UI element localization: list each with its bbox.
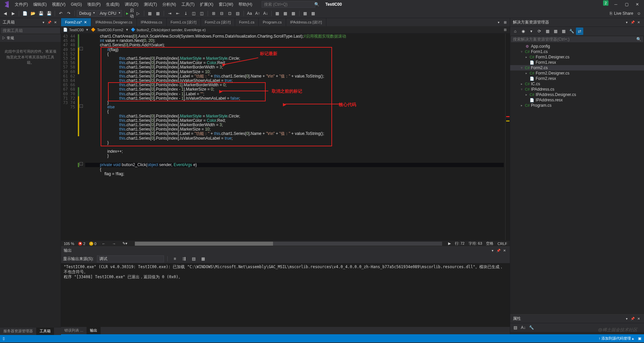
editor-tab[interactable]: Form2.cs [设计] — [201, 18, 235, 26]
close-icon[interactable]: ✕ — [636, 316, 641, 322]
sync-icon[interactable]: ⟳ — [536, 28, 543, 35]
start-without-debug-icon[interactable]: ▷ — [135, 10, 142, 17]
undo-icon[interactable]: ↶ — [57, 10, 64, 17]
toolbox-search[interactable] — [1, 28, 60, 34]
start-debug-button[interactable]: 启动 — [126, 10, 134, 17]
solution-search[interactable]: 🔍 — [511, 36, 643, 42]
close-icon[interactable]: ✕ — [636, 20, 641, 25]
toolbox-category[interactable]: ▷ 常规 — [0, 34, 61, 42]
tool-icon[interactable]: ▦ — [274, 10, 281, 17]
alpha-sort-icon[interactable]: A↓ — [520, 324, 527, 331]
editor-tab[interactable]: IPAddress.cs [设计] — [286, 18, 326, 26]
notification-badge[interactable]: 2 — [603, 0, 608, 6]
nav-fwd-icon[interactable]: ▶ — [9, 10, 17, 17]
tool-icon[interactable]: ▤ — [234, 10, 241, 17]
liveshare-icon[interactable]: ⎘ — [610, 11, 612, 16]
menu-item[interactable]: 扩展(X) — [197, 1, 216, 8]
props-tool-icon[interactable]: 🔧 — [528, 324, 535, 331]
editor-tab[interactable]: Form1.cs — [235, 18, 259, 26]
sol-tool-icon[interactable]: ⇄ — [576, 28, 583, 35]
sol-tool-icon[interactable]: ◉ — [520, 28, 527, 35]
feedback-icon[interactable]: ☺ — [635, 10, 643, 17]
config-dropdown[interactable]: Debug — [77, 10, 97, 17]
nav-back-icon[interactable]: ◀ — [1, 10, 9, 17]
tab-settings-icon[interactable]: ⊞ — [502, 19, 508, 25]
pin-icon[interactable]: 📌 — [47, 20, 52, 25]
tool-icon[interactable]: ◫ — [190, 10, 198, 17]
tool-icon[interactable]: ▦ — [146, 10, 154, 17]
step-icon[interactable]: ⇥ — [166, 10, 173, 17]
output-text[interactable]: "TestIC00.exe" (CLR v4.0.30319: TestIC00… — [61, 263, 510, 327]
step-icon[interactable]: ⇤ — [174, 10, 181, 17]
tree-item[interactable]: ▸C#Form1.Designer.cs — [510, 54, 644, 60]
tool-icon[interactable]: ◫ — [198, 10, 206, 17]
menu-item[interactable]: 窗口(W) — [216, 1, 236, 8]
editor-tab[interactable]: Form1.cs [设计] — [167, 18, 201, 26]
platform-dropdown[interactable]: Any CPU — [97, 10, 122, 17]
prev-issue-icon[interactable]: ← — [100, 242, 107, 246]
pin-icon[interactable]: 📌 — [630, 20, 635, 25]
tree-item[interactable]: 📄Form2.resx — [510, 76, 644, 81]
sol-tool-icon[interactable]: ▾ — [528, 28, 535, 35]
solution-tree[interactable]: ⚙App.config▿C#Form1.cs▸C#Form1.Designer.… — [510, 43, 644, 314]
editor-tab[interactable]: IPAddress.Designer.cs — [91, 18, 137, 26]
split-icon[interactable]: ⊞ — [502, 27, 508, 33]
properties-icon[interactable]: 🔧 — [568, 28, 575, 35]
breadcrumb-method[interactable]: 🔷 button2_Click(object sender, EventArgs… — [131, 28, 206, 32]
dropdown-icon[interactable]: ▾ — [624, 20, 629, 25]
tree-item[interactable]: ▿C#Form2.cs — [510, 65, 644, 70]
tab-overflow-icon[interactable]: ▾ — [496, 19, 501, 25]
status-icon[interactable]: ▣ — [638, 336, 641, 341]
breadcrumb-class[interactable]: 🔶 TestIC00.Form2 — [91, 28, 123, 32]
bottom-tab[interactable]: 服务器资源管理器 — [0, 328, 36, 335]
menu-item[interactable]: Git(G) — [68, 1, 85, 8]
toggle-wrap-icon[interactable]: ⇶ — [180, 255, 188, 262]
zoom-level[interactable]: 105 % — [64, 242, 74, 246]
categorize-icon[interactable]: ▤ — [512, 324, 519, 331]
liveshare-label[interactable]: Live Share — [614, 11, 633, 16]
tool-icon[interactable]: ⊡ — [226, 10, 233, 17]
line-ending[interactable]: CRLF — [497, 242, 507, 246]
step-icon[interactable]: ⤓ — [182, 10, 190, 17]
redo-icon[interactable]: ↷ — [65, 10, 72, 17]
tool-icon[interactable]: Aa — [246, 10, 253, 17]
bottom-tab[interactable]: 错误列表 ... — [61, 327, 87, 334]
next-issue-icon[interactable]: → — [111, 242, 117, 246]
close-button[interactable]: ✕ — [632, 0, 643, 8]
menu-item[interactable]: 视图(V) — [49, 1, 68, 8]
new-project-icon[interactable]: 📄 — [21, 10, 29, 17]
tool-icon[interactable]: ▦ — [302, 10, 309, 17]
dropdown-icon[interactable]: ▾ — [490, 248, 495, 253]
tool-icon[interactable]: A↓ — [262, 10, 269, 17]
menu-item[interactable]: 文件(F) — [12, 1, 31, 8]
tool-icon[interactable]: ▦ — [310, 10, 317, 17]
menu-item[interactable]: 分析(N) — [160, 1, 179, 8]
tree-item[interactable]: 📄Form1.resx — [510, 60, 644, 65]
close-icon[interactable]: ✕ — [53, 20, 58, 25]
code-editor[interactable]: 43 44 45 46 47 48 49 50 51 52 53 54 55 5… — [61, 34, 510, 240]
clear-output-icon[interactable]: ≡ — [171, 255, 178, 262]
output-tool-icon[interactable]: ▦ — [199, 255, 207, 262]
tool-icon[interactable]: ⊟ — [218, 10, 225, 17]
tree-item[interactable]: ▿C#Form1.cs — [510, 49, 644, 54]
quick-search-input[interactable] — [264, 2, 314, 7]
editor-tab[interactable]: Program.cs — [259, 18, 286, 26]
error-icon[interactable]: ✖ — [78, 242, 82, 246]
menu-item[interactable]: 工具(T) — [179, 1, 197, 8]
pin-icon[interactable]: 📌 — [630, 316, 635, 322]
tree-item[interactable]: ⚙App.config — [510, 44, 644, 49]
quick-search[interactable]: 🔍 — [262, 1, 315, 8]
home-icon[interactable]: ⌂ — [512, 28, 519, 35]
output-source-dropdown[interactable]: 调试 — [97, 255, 164, 262]
menu-item[interactable]: 项目(P) — [85, 1, 103, 8]
toolbox-search-input[interactable] — [3, 28, 58, 33]
minimize-button[interactable]: ─ — [610, 0, 621, 8]
tool-icon[interactable]: A↑ — [254, 10, 261, 17]
insert-mode[interactable]: 空格 — [486, 241, 493, 246]
tab-close-icon[interactable]: ✕ — [84, 20, 87, 24]
tree-item[interactable]: ▿C#IPAddress.cs — [510, 87, 644, 92]
editor-tab[interactable]: IPAddress.cs — [137, 18, 167, 26]
save-icon[interactable]: 💾 — [37, 10, 45, 17]
tool-icon[interactable]: ▦ — [154, 10, 162, 17]
menu-item[interactable]: 帮助(H) — [236, 1, 255, 8]
